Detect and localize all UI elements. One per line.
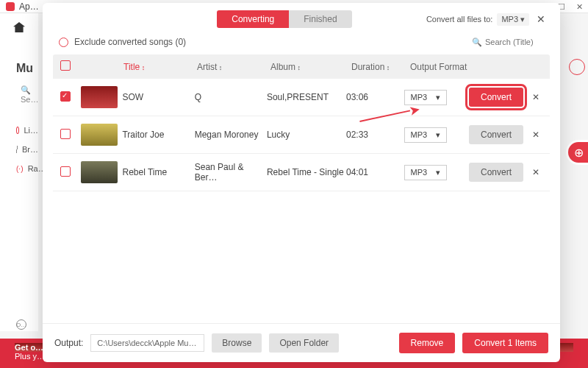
remove-row-button[interactable]: ✕ [529,92,542,102]
table-row: Rebel TimeSean Paul & Ber…Rebel Time - S… [53,154,550,191]
header-artist[interactable]: Artist [197,62,270,72]
convert-all-control: Convert all files to: MP3 ▾ ✕ [426,13,548,26]
row-checkbox[interactable] [60,129,71,139]
format-select[interactable]: MP3▾ [404,127,447,143]
album-art [81,124,118,146]
album-art [81,161,118,183]
bg-right: ⊕ [566,59,588,141]
convert-all-select[interactable]: MP3 ▾ [497,13,529,26]
song-album: Lucky [267,130,346,140]
play-icon [16,127,19,134]
table-row: Traitor JoeMegan MoroneyLucky02:33MP3▾Co… [53,116,550,154]
add-fab[interactable]: ⊕ [566,140,588,165]
open-folder-button[interactable]: Open Folder [269,333,339,353]
song-artist: Q [195,92,267,102]
convert-button[interactable]: Convert [469,88,523,107]
song-duration: 02:33 [346,130,404,140]
song-artist: Megan Moroney [195,130,267,140]
chevron-down-icon: ▾ [436,93,440,102]
bg-sidebar: Mu 🔍 Se… Li… Br… (⋅)Ra… [0,13,38,331]
tab-finished[interactable]: Finished [289,10,351,28]
app-icon [6,2,15,11]
row-checkbox[interactable] [60,91,71,102]
avatar[interactable] [569,59,585,75]
song-album: Soul,PRESENT [267,92,346,102]
nav-listen[interactable]: Li… [16,126,38,135]
output-path-field[interactable]: C:\Users\decck\Apple Music… [90,334,204,352]
grid-icon [16,146,18,153]
song-table: Title Artist Album Duration Output Forma… [43,54,560,323]
chevron-down-icon: ▾ [436,168,440,177]
format-select[interactable]: MP3▾ [404,90,447,105]
apple-music-logo: Mu [0,62,38,75]
song-album: Rebel Time - Single [267,167,346,177]
select-all-checkbox[interactable] [60,60,71,71]
table-row: SOWQSoul,PRESENT03:06MP3▾Convert✕ [53,79,550,116]
radio-icon: (⋅) [16,165,24,173]
song-duration: 04:01 [346,167,404,177]
home-icon[interactable] [13,22,25,32]
tabs: Converting Finished [217,10,351,28]
remove-row-button[interactable]: ✕ [529,130,542,140]
search-input[interactable] [485,38,544,46]
chevron-down-icon: ▾ [520,15,525,24]
nav-browse[interactable]: Br… [16,145,38,154]
remove-row-button[interactable]: ✕ [529,167,542,177]
bg-nav: Li… Br… (⋅)Ra… [0,126,38,173]
radio-unchecked-icon [59,38,68,47]
modal-close-button[interactable]: ✕ [534,13,548,25]
convert-items-button[interactable]: Convert 1 Items [462,333,548,353]
song-title: SOW [122,92,194,102]
remove-button[interactable]: Remove [399,333,456,353]
header-duration[interactable]: Duration [351,62,410,72]
song-title: Rebel Time [122,167,194,177]
close-window-icon[interactable]: ✕ [570,0,588,13]
output-label: Output: [54,338,83,348]
header-title[interactable]: Title [123,62,197,72]
format-select[interactable]: MP3▾ [404,165,447,180]
search-icon: 🔍 [472,38,482,47]
convert-button[interactable]: Convert [469,125,523,144]
app-title-trunc: Ap… [19,1,39,12]
table-header: Title Artist Album Duration Output Forma… [53,54,550,79]
modal-header: Converting Finished Convert all files to… [43,3,560,32]
tab-converting[interactable]: Converting [217,10,289,28]
search-box[interactable]: 🔍 [472,38,544,47]
bg-search-hint[interactable]: 🔍 Se… [21,85,38,104]
converter-modal: Converting Finished Convert all files to… [43,3,560,362]
toolbar-row: Exclude converted songs (0) 🔍 [43,32,560,54]
convert-button[interactable]: Convert [469,163,523,182]
header-album[interactable]: Album [270,62,351,72]
chevron-down-icon: ▾ [436,130,440,140]
song-title: Traitor Joe [122,130,194,140]
song-artist: Sean Paul & Ber… [195,162,267,183]
album-art [81,86,118,108]
modal-footer: Output: C:\Users\decck\Apple Music… Brow… [43,323,560,362]
song-duration: 03:06 [346,92,404,102]
bg-footer-icon[interactable]: O… [16,319,26,330]
row-checkbox[interactable] [60,166,71,177]
header-output-format: Output Format [410,62,476,72]
browse-button[interactable]: Browse [212,333,262,353]
exclude-toggle[interactable]: Exclude converted songs (0) [59,37,186,47]
convert-all-label: Convert all files to: [426,15,492,24]
nav-radio[interactable]: (⋅)Ra… [16,164,38,173]
